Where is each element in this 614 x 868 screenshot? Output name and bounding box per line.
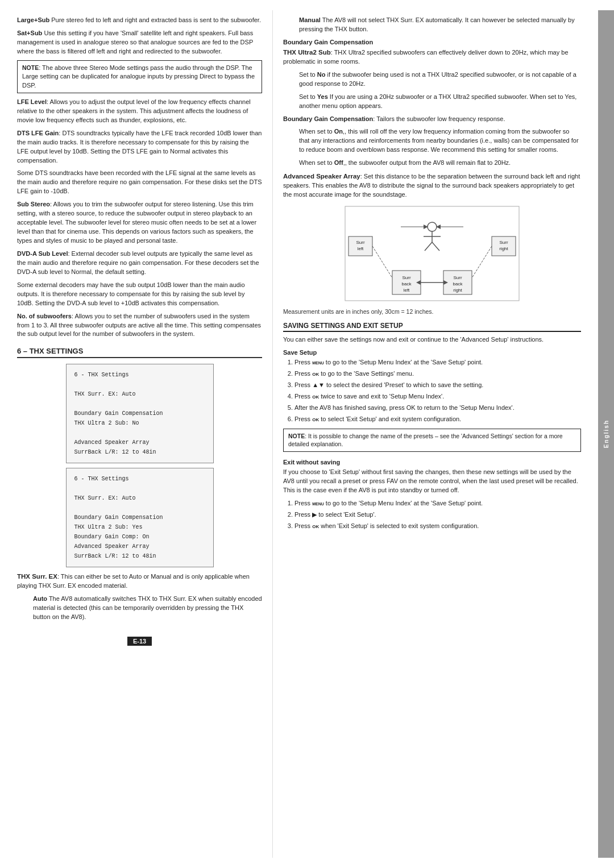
right-sidebar: English	[598, 10, 614, 858]
speaker-diagram: Surr left Surr right Surr back left Surr…	[344, 205, 520, 302]
save-step-4: Press ok twice to save and exit to 'Setu…	[294, 392, 581, 401]
set-no-indent: Set to No if the subwoofer being used is…	[283, 70, 581, 111]
screen1-line8: Advanced Speaker Array	[74, 438, 205, 447]
large-sub-term: Large+Sub	[17, 16, 49, 23]
boundary-comp-term: Boundary Gain Compensation	[283, 115, 373, 122]
when-on-indent: When set to On,, this will roll off the …	[283, 127, 581, 168]
screen-box-2: 6 - THX Settings THX Surr. EX: Auto Boun…	[66, 468, 214, 567]
screen1-line5: Boundary Gain Compensation	[74, 409, 205, 418]
large-sub-para: Large+Sub Pure stereo fed to left and ri…	[17, 16, 262, 25]
boundary-heading: Boundary Gain Compensation	[283, 39, 581, 45]
no-subs-para: No. of subwoofers: Allows you to set the…	[17, 312, 262, 339]
right-column: Manual The AV8 will not select THX Surr.…	[273, 10, 598, 858]
auto-indent: Auto The AV8 automatically switches THX …	[17, 595, 262, 622]
note-label-1: NOTE	[22, 64, 39, 71]
set-no-text: if the subwoofer being used is not a THX…	[299, 71, 576, 87]
lfe-text: : Allows you to adjust the output level …	[17, 98, 251, 123]
set-yes-para: Set to Yes If you are using a 20Hz subwo…	[299, 93, 581, 111]
menu-label-1: menu	[312, 359, 324, 366]
svg-text:Surr: Surr	[356, 240, 364, 245]
note-box-1: NOTE: The above three Stereo Mode settin…	[17, 60, 262, 93]
dvd-sub-para: DVD-A Sub Level: External decoder sub le…	[17, 250, 262, 277]
svg-text:back: back	[453, 281, 463, 286]
advanced-speaker-term: Advanced Speaker Array	[283, 173, 360, 180]
note-box-2: NOTE: It is possible to change the name …	[283, 429, 581, 452]
on-label: On	[334, 128, 343, 135]
screen2-line2	[74, 484, 205, 493]
dvd-sub-term: DVD-A Sub Level	[17, 250, 68, 257]
ok-label-2: ok	[312, 393, 319, 400]
note-label-2: NOTE	[288, 433, 305, 439]
save-step-6: Press ok to select 'Exit Setup' and exit…	[294, 415, 581, 424]
large-sub-text: Pure stereo fed to left and right and ex…	[49, 16, 261, 23]
advanced-speaker-para: Advanced Speaker Array: Set this distanc…	[283, 172, 581, 200]
exit-step-1: Press menu to go to the 'Setup Menu Inde…	[294, 499, 581, 508]
when-off-para: When set to Off,, the subwoofer output f…	[299, 159, 581, 168]
saving-heading: SAVING SETTINGS AND EXIT SETUP	[283, 322, 581, 332]
manual-para: Manual The AV8 will not select THX Surr.…	[299, 16, 581, 34]
thx-ultra2-term: THX Ultra2 Sub	[283, 49, 331, 56]
svg-text:right: right	[499, 246, 508, 251]
page-num-container: E-13	[17, 633, 262, 646]
save-step-2: Press ok to go to the 'Save Settings' me…	[294, 369, 581, 379]
no-label: No	[317, 71, 326, 78]
screen1-line9: SurrBack L/R: 12 to 48in	[74, 447, 205, 457]
sidebar-label: English	[603, 420, 609, 448]
saving-intro: You can either save the settings now and…	[283, 335, 581, 344]
screen1-line7	[74, 428, 205, 438]
sub-stereo-para: Sub Stereo: Allows you to trim the subwo…	[17, 200, 262, 246]
save-setup-heading: Save Setup	[283, 349, 581, 356]
screen2-line4	[74, 503, 205, 513]
exit-step-2: Press ▶ to select 'Exit Setup'.	[294, 510, 581, 520]
set-no-para: Set to No if the subwoofer being used is…	[299, 70, 581, 89]
exit-steps-list: Press menu to go to the 'Setup Menu Inde…	[283, 499, 581, 531]
manual-text: The AV8 will not select THX Surr. EX aut…	[299, 16, 575, 32]
screen-box-1: 6 - THX Settings THX Surr. EX: Auto Boun…	[66, 364, 214, 463]
when-off-text: , the subwoofer output from the AV8 will…	[345, 159, 511, 166]
svg-text:Surr: Surr	[453, 275, 462, 280]
thx-surr-para: THX Surr. EX: This can either be set to …	[17, 572, 262, 591]
thx-ultra2-para: THX Ultra2 Sub: THX Ultra2 specified sub…	[283, 48, 581, 67]
sat-sub-para: Sat+Sub Use this setting if you have 'Sm…	[17, 29, 262, 56]
note-text-1: : The above three Stereo Mode settings p…	[22, 64, 255, 89]
yes-label: Yes	[317, 93, 328, 100]
exit-intro: If you choose to 'Exit Setup' without fi…	[283, 468, 581, 495]
svg-text:Surr: Surr	[499, 240, 508, 245]
menu-label-2: menu	[312, 500, 324, 506]
screen2-line1: 6 - THX Settings	[74, 474, 205, 484]
save-step-5: After the AV8 has finished saving, press…	[294, 404, 581, 413]
screen1-line3: THX Surr. EX: Auto	[74, 389, 205, 399]
screen2-line6: THX Ultra 2 Sub: Yes	[74, 522, 205, 532]
save-steps-list: Press menu to go to the 'Setup Menu Inde…	[283, 358, 581, 424]
screen2-line7: Boundary Gain Comp: On	[74, 532, 205, 542]
svg-text:Surr: Surr	[402, 275, 410, 280]
sub-stereo-text: : Allows you to trim the subwoofer outpu…	[17, 201, 256, 244]
screen2-line8: Advanced Speaker Array	[74, 542, 205, 551]
exit-heading: Exit without saving	[283, 459, 581, 466]
ok-label-1: ok	[312, 370, 319, 377]
set-yes-text: If you are using a 20Hz subwoofer or a T…	[299, 93, 576, 109]
dvd-sub2-para: Some external decoders may have the sub …	[17, 281, 262, 308]
off-label: Off	[334, 159, 343, 166]
boundary-comp-para: Boundary Gain Compensation: Tailors the …	[283, 115, 581, 124]
ok-label-4: ok	[312, 522, 319, 529]
auto-para: Auto The AV8 automatically switches THX …	[33, 595, 262, 622]
dts-lfe-para: DTS LFE Gain: DTS soundtracks typically …	[17, 129, 262, 165]
exit-step-3: Press ok when 'Exit Setup' is selected t…	[294, 522, 581, 531]
sub-stereo-term: Sub Stereo	[17, 201, 50, 207]
screen1-line6: THX Ultra 2 Sub: No	[74, 418, 205, 428]
page-container: Large+Sub Pure stereo fed to left and ri…	[0, 0, 614, 868]
lfe-level-para: LFE Level: Allows you to adjust the outp…	[17, 98, 262, 125]
page-number: E-13	[127, 637, 152, 646]
screen1-line1: 6 - THX Settings	[74, 370, 205, 380]
dts-lfe2-para: Some DTS soundtracks have been recorded …	[17, 169, 262, 196]
boundary-comp-text: : Tailors the subwoofer low frequency re…	[373, 115, 505, 122]
svg-text:back: back	[402, 281, 412, 286]
svg-text:left: left	[404, 288, 410, 293]
save-step-3: Press ▲▼ to select the desired 'Preset' …	[294, 381, 581, 390]
note-text-2: : It is possible to change the name of t…	[288, 433, 563, 448]
thx-surr-term: THX Surr. EX	[17, 573, 57, 580]
left-column: Large+Sub Pure stereo fed to left and ri…	[0, 10, 273, 858]
sat-sub-term: Sat+Sub	[17, 30, 42, 36]
auto-term: Auto	[33, 595, 47, 602]
